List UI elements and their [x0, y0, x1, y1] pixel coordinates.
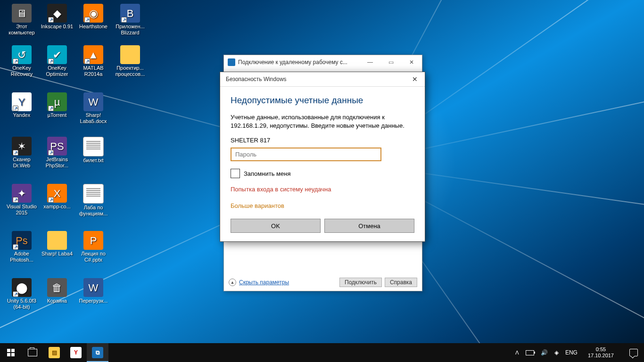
desktop-icon[interactable]: ⬤Unity 5.6.0f3 (64-bit) [5, 278, 39, 310]
desktop-icon-label: xampp-co... [40, 204, 74, 210]
cancel-button[interactable]: Отмена [324, 219, 414, 233]
desktop-icon-label: JetBrains PhpStor... [40, 156, 74, 169]
wifi-icon[interactable]: ◈ [554, 349, 559, 356]
security-dialog: Безопасность Windows ✕ Недопустимые учет… [220, 72, 425, 242]
action-center-button[interactable] [624, 343, 643, 362]
desktop-icon[interactable]: YYandex [5, 92, 39, 118]
app-icon [83, 137, 104, 156]
desktop-icon[interactable]: 🗑Корзина [40, 278, 74, 304]
close-button[interactable]: ✕ [405, 72, 425, 86]
shortcut-overlay-icon [48, 150, 54, 156]
shortcut-overlay-icon [121, 17, 127, 23]
rdp-titlebar[interactable]: Подключение к удаленному рабочему с... —… [224, 55, 422, 69]
maximize-button[interactable]: ▭ [380, 55, 401, 69]
system-tray: ᐱ 🔊 ◈ ENG 0:55 17.10.2017 [513, 343, 644, 362]
desktop-icon[interactable]: ✦Visual Studio 2015 [5, 184, 39, 216]
desktop-icon-label: Этот компьютер [5, 24, 39, 36]
app-icon: X [47, 184, 67, 203]
chevron-up-icon: ▲ [229, 279, 236, 286]
more-options-link[interactable]: Больше вариантов [231, 202, 414, 209]
desktop-icon[interactable]: BПриложен... Blizzard [113, 4, 147, 36]
connect-button[interactable]: Подключить [339, 278, 382, 287]
desktop-icon[interactable]: Проектир... процессов... [113, 45, 147, 77]
minimize-button[interactable]: — [360, 55, 380, 69]
username-label: SHELTER 817 [231, 137, 414, 144]
desktop-icon-label: Inkscape 0.91 [40, 24, 74, 30]
app-icon: ◆ [47, 4, 67, 23]
desktop-icon-label: Лаба по функциям... [76, 205, 110, 217]
app-icon [120, 45, 140, 64]
start-button[interactable] [0, 343, 22, 362]
shortcut-overlay-icon [48, 106, 54, 111]
app-icon: ✔ [47, 45, 67, 64]
desktop-icon[interactable]: WSharp! Laba5.docx [76, 92, 110, 124]
taskbar: ▨ Y ⧉ ᐱ 🔊 ◈ ENG 0:55 17.10.2017 [0, 343, 644, 362]
app-icon: ↺ [12, 45, 32, 64]
desktop-icon-label: Приложен... Blizzard [113, 24, 147, 36]
shortcut-overlay-icon [13, 197, 18, 203]
rdp-title: Подключение к удаленному рабочему с... [238, 59, 360, 66]
close-button[interactable]: ✕ [401, 55, 422, 69]
volume-icon[interactable]: 🔊 [541, 349, 548, 356]
desktop-icon[interactable]: PsAdobe Photosh... [5, 231, 39, 263]
shortcut-overlay-icon [13, 150, 18, 156]
language-indicator[interactable]: ENG [565, 349, 578, 356]
desktop-icon[interactable]: 🖥Этот компьютер [5, 4, 39, 36]
desktop-icon-label: Лекция по C#.pptx [76, 251, 110, 263]
desktop-icon[interactable]: билет.txt [76, 137, 110, 164]
desktop-icon[interactable]: WПерегрузк... [76, 278, 110, 304]
app-icon: B [120, 4, 140, 23]
app-icon: ◉ [83, 4, 103, 23]
desktop-icon[interactable]: µµTorrent [40, 92, 74, 118]
remember-me-row[interactable]: Запомнить меня [231, 169, 414, 178]
desktop-icon-label: Сканер Dr.Web [5, 156, 39, 169]
remember-me-label: Запомнить меня [244, 170, 290, 177]
shortcut-overlay-icon [13, 244, 18, 250]
shortcut-overlay-icon [13, 58, 18, 64]
clock-date: 17.10.2017 [588, 353, 614, 359]
desktop-icon-label: MATLAB R2014a [76, 65, 110, 77]
desktop-icon-label: Yandex [5, 112, 39, 118]
app-icon: 🗑 [47, 278, 67, 297]
clock[interactable]: 0:55 17.10.2017 [584, 346, 618, 359]
desktop-icon-label: Корзина [40, 298, 74, 304]
error-message: Попытка входа в систему неудачна [231, 186, 414, 193]
yandex-taskbar[interactable]: Y [65, 343, 87, 362]
app-icon: PS [47, 137, 67, 156]
desktop-icon[interactable]: Лаба по функциям... [76, 184, 110, 217]
app-icon: W [83, 92, 103, 111]
rdp-window-icon [228, 58, 235, 66]
rdp-footer: ▲ Скрыть параметры Подключить Справка [229, 276, 417, 288]
file-explorer-taskbar[interactable]: ▨ [43, 343, 65, 362]
app-icon [83, 184, 104, 204]
desktop-icon[interactable]: ◉Hearthstone [76, 4, 110, 30]
task-view-button[interactable] [22, 343, 43, 362]
desktop-icon[interactable]: Xxampp-co... [40, 184, 74, 210]
desktop-icon[interactable]: ◆Inkscape 0.91 [40, 4, 74, 30]
desktop-icon[interactable]: PSJetBrains PhpStor... [40, 137, 74, 169]
desktop-icon[interactable]: Sharp! Laba4 [40, 231, 74, 257]
rdp-taskbar[interactable]: ⧉ [87, 343, 108, 362]
ok-button[interactable]: OK [231, 219, 321, 233]
password-input[interactable] [231, 148, 381, 161]
app-icon: ⬤ [12, 278, 32, 297]
desktop-icon[interactable]: ✔OneKey Optimizer [40, 45, 74, 77]
desktop-icon[interactable]: ✶Сканер Dr.Web [5, 137, 39, 169]
app-icon: ✶ [12, 137, 32, 156]
desktop-icon[interactable]: PЛекция по C#.pptx [76, 231, 110, 263]
battery-icon[interactable] [526, 350, 534, 355]
app-icon: P [83, 231, 103, 250]
desktop-icon[interactable]: ▲MATLAB R2014a [76, 45, 110, 77]
desktop-icon[interactable]: ↺OneKey Recovery [5, 45, 39, 77]
app-icon: W [83, 278, 103, 297]
tray-overflow-icon[interactable]: ᐱ [515, 350, 519, 356]
help-button[interactable]: Справка [385, 278, 417, 287]
security-titlebar[interactable]: Безопасность Windows ✕ [220, 72, 425, 87]
shortcut-overlay-icon [84, 58, 90, 64]
desktop-icon-label: Sharp! Laba5.docx [76, 112, 110, 124]
app-icon: ▲ [83, 45, 103, 64]
desktop-icon-label: Adobe Photosh... [5, 251, 39, 263]
remember-me-checkbox[interactable] [231, 169, 240, 178]
hide-params-link[interactable]: ▲ Скрыть параметры [229, 279, 337, 286]
security-title: Безопасность Windows [226, 76, 405, 82]
